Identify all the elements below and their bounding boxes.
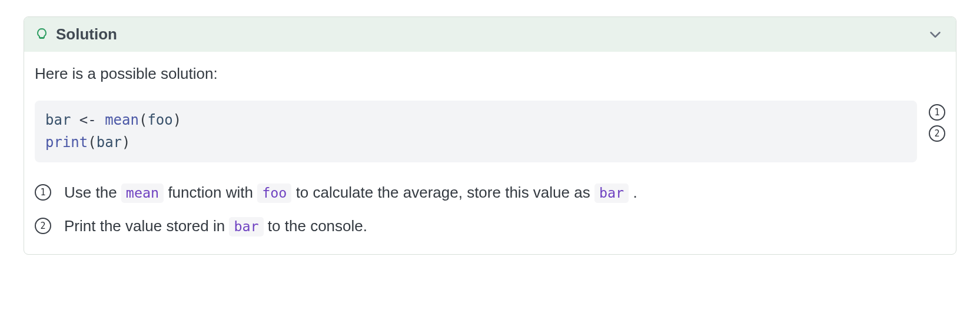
solution-callout: Solution Here is a possible solution: ba…: [24, 16, 956, 255]
explanation-text: Use the mean function with foo to calcul…: [64, 182, 637, 203]
text-run: to the console.: [264, 217, 367, 235]
code-token: mean: [105, 112, 139, 128]
code-token: foo: [147, 112, 172, 128]
callout-title: Solution: [56, 25, 117, 44]
annotation-column: 1 2: [929, 104, 945, 142]
code-token: (: [88, 134, 96, 151]
code-block: bar <- mean(foo) print(bar): [35, 101, 917, 162]
text-run: .: [629, 184, 637, 201]
code-token: print: [45, 134, 88, 151]
text-run: Print the value stored in: [64, 217, 229, 235]
lightbulb-icon: [35, 28, 49, 42]
annotation-badge: 1: [35, 184, 51, 201]
code-wrap: bar <- mean(foo) print(bar) 1 2: [35, 101, 945, 162]
explanation-row: 1 Use the mean function with foo to calc…: [35, 182, 945, 203]
code-token: bar: [45, 112, 71, 128]
callout-header[interactable]: Solution: [24, 17, 956, 52]
annotation-badge: 2: [35, 218, 51, 234]
annotation-badge-2[interactable]: 2: [929, 125, 945, 142]
code-token: (: [139, 112, 147, 128]
text-run: to calculate the average, store this val…: [291, 184, 594, 201]
inline-code: foo: [257, 184, 291, 203]
explanation-text: Print the value stored in bar to the con…: [64, 216, 367, 236]
callout-body: Here is a possible solution: bar <- mean…: [24, 52, 956, 254]
code-token: <-: [71, 112, 105, 128]
explanation-row: 2 Print the value stored in bar to the c…: [35, 216, 945, 236]
code-token: ): [173, 112, 181, 128]
inline-code: bar: [229, 217, 263, 236]
annotation-badge-1[interactable]: 1: [929, 104, 945, 121]
text-run: function with: [164, 184, 257, 201]
text-run: Use the: [64, 184, 121, 201]
annotation-explanations: 1 Use the mean function with foo to calc…: [35, 182, 945, 236]
inline-code: bar: [594, 184, 629, 203]
code-token: bar: [97, 134, 122, 151]
code-token: ): [122, 134, 130, 151]
chevron-down-icon[interactable]: [926, 26, 944, 44]
intro-text: Here is a possible solution:: [35, 65, 945, 83]
inline-code: mean: [121, 184, 164, 203]
